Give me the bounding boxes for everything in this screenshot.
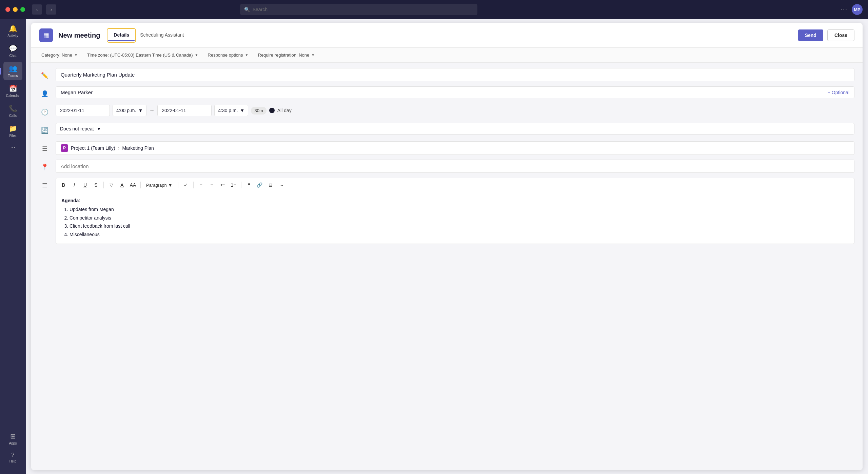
sidebar-item-chat[interactable]: 💬 Chat — [3, 42, 22, 60]
title-icon: ✏️ — [39, 69, 50, 82]
sidebar-item-calls[interactable]: 📞 Calls — [3, 102, 22, 120]
agenda-item-2: Competitor analysis — [70, 214, 849, 222]
bullet-list-button[interactable]: •≡ — [218, 180, 228, 190]
channel-team-name: Project 1 (Team Lilly) — [71, 145, 115, 151]
date-row: 2022-01-11 4:00 p.m. ▼ → 2022-01-11 4:30… — [56, 105, 854, 116]
numbered-list-button[interactable]: 1≡ — [229, 180, 238, 190]
form-body: ✏️ 👤 Megan Parker + Optional — [31, 63, 863, 470]
start-date-input[interactable]: 2022-01-11 — [56, 105, 110, 116]
registration-selector[interactable]: Require registration: None ▼ — [256, 51, 317, 59]
search-input[interactable] — [253, 7, 473, 12]
repeat-icon: 🔄 — [39, 124, 50, 137]
registration-label: Require registration: None — [258, 53, 310, 58]
meeting-icon: ▦ — [39, 28, 53, 42]
sidebar-item-files[interactable]: 📁 Files — [3, 122, 22, 140]
underline-button[interactable]: U — [80, 180, 90, 190]
team-icon: P — [61, 144, 68, 152]
agenda-item-1: Updates from Megan — [70, 206, 849, 213]
response-options-selector[interactable]: Response options ▼ — [206, 51, 251, 59]
category-selector[interactable]: Category: None ▼ — [39, 51, 80, 59]
tab-scheduling[interactable]: Scheduling Assistant — [135, 29, 189, 41]
sidebar-item-teams[interactable]: 👥 Teams — [3, 62, 22, 80]
channel-selector[interactable]: P Project 1 (Team Lilly) › Marketing Pla… — [56, 141, 854, 155]
attendee-row: 👤 Megan Parker + Optional — [39, 86, 854, 101]
sidebar-item-calendar[interactable]: 📅 Calendar — [3, 82, 22, 100]
highlight-button[interactable]: ▽ — [106, 180, 116, 190]
quote-button[interactable]: ❝ — [244, 180, 254, 190]
sidebar-item-apps[interactable]: ⊞ Apps — [3, 429, 22, 448]
sidebar-bottom: ⊞ Apps ? Help — [3, 429, 22, 471]
all-day-toggle[interactable] — [269, 108, 275, 113]
channel-row: ☰ P Project 1 (Team Lilly) › Marketing P… — [39, 141, 854, 156]
bold-button[interactable]: B — [59, 180, 68, 190]
optional-button[interactable]: + Optional — [828, 90, 849, 95]
tab-details[interactable]: Details — [108, 29, 135, 41]
category-label: Category: None — [41, 53, 72, 58]
maximize-window-button[interactable] — [20, 7, 25, 12]
titlebar: ‹ › 🔍 ··· MP — [0, 0, 868, 19]
modal-header: ▦ New meeting Details Scheduling Assista… — [31, 23, 863, 48]
datetime-field: 2022-01-11 4:00 p.m. ▼ → 2022-01-11 4:30… — [56, 105, 854, 116]
editor-row: ☰ B I U S ▽ A AA — [39, 178, 854, 244]
repeat-chevron-icon: ▼ — [97, 126, 101, 131]
search-bar[interactable]: 🔍 — [240, 4, 477, 15]
end-date-input[interactable]: 2022-01-11 — [157, 105, 212, 116]
end-time-select[interactable]: 4:30 p.m. ▼ — [214, 105, 248, 116]
search-icon: 🔍 — [244, 7, 250, 12]
close-window-button[interactable] — [5, 7, 10, 12]
start-time-select[interactable]: 4:00 p.m. ▼ — [113, 105, 146, 116]
avatar[interactable]: MP — [852, 4, 863, 15]
font-size-button[interactable]: AA — [128, 180, 138, 190]
location-input[interactable] — [56, 160, 854, 173]
divider-2 — [140, 182, 141, 188]
link-button[interactable]: 🔗 — [255, 180, 264, 190]
traffic-lights — [5, 7, 25, 12]
repeat-select[interactable]: Does not repeat ▼ — [56, 123, 854, 135]
location-field — [56, 160, 854, 173]
sidebar-label-chat: Chat — [9, 54, 16, 58]
timezone-selector[interactable]: Time zone: (UTC-05:00) Eastern Time (US … — [85, 51, 200, 59]
timezone-label: Time zone: (UTC-05:00) Eastern Time (US … — [87, 53, 193, 58]
align-left-button[interactable]: ≡ — [196, 180, 206, 190]
sidebar: 🔔 Activity 💬 Chat 👥 Teams 📅 Calendar 📞 C… — [0, 19, 26, 474]
all-day-label: All day — [277, 108, 292, 113]
sidebar-item-more[interactable]: ··· — [3, 142, 22, 152]
title-input[interactable] — [56, 68, 854, 81]
agenda-title: Agenda: — [61, 197, 849, 204]
sidebar-label-teams: Teams — [8, 74, 18, 78]
calls-icon: 📞 — [9, 104, 17, 112]
sidebar-item-activity[interactable]: 🔔 Activity — [3, 22, 22, 40]
channel-plan-name: Marketing Plan — [122, 145, 154, 151]
attendee-input-area[interactable]: Megan Parker + Optional — [56, 86, 854, 98]
back-button[interactable]: ‹ — [32, 4, 42, 15]
format-options-button[interactable]: ⊟ — [266, 180, 275, 190]
channel-field: P Project 1 (Team Lilly) › Marketing Pla… — [56, 141, 854, 155]
align-center-button[interactable]: ≡ — [207, 180, 217, 190]
send-button[interactable]: Send — [798, 29, 823, 41]
end-time-chevron-icon: ▼ — [240, 108, 245, 113]
editor-toolbar: B I U S ▽ A AA Paragraph — [56, 178, 854, 192]
registration-chevron-icon: ▼ — [311, 53, 315, 57]
more-formatting-button[interactable]: ··· — [277, 180, 286, 190]
more-options-icon[interactable]: ··· — [841, 6, 848, 13]
content-area: ▦ New meeting Details Scheduling Assista… — [26, 19, 868, 474]
italic-button[interactable]: I — [70, 180, 79, 190]
spell-check-button[interactable]: ✓ — [181, 180, 191, 190]
activity-icon: 🔔 — [9, 24, 17, 33]
sidebar-item-help[interactable]: ? Help — [3, 449, 22, 466]
strikethrough-button[interactable]: S — [91, 180, 101, 190]
sidebar-label-calls: Calls — [9, 114, 17, 118]
paragraph-chevron-icon: ▼ — [168, 183, 173, 188]
more-icon: ··· — [11, 144, 16, 150]
meeting-modal: ▦ New meeting Details Scheduling Assista… — [31, 23, 863, 470]
editor-content[interactable]: Agenda: Updates from Megan Competitor an… — [56, 192, 854, 244]
forward-button[interactable]: › — [46, 4, 56, 15]
editor-area: B I U S ▽ A AA Paragraph — [56, 178, 854, 244]
font-color-button[interactable]: A — [117, 180, 127, 190]
minimize-window-button[interactable] — [13, 7, 18, 12]
close-button[interactable]: Close — [827, 29, 854, 41]
attendee-field: Megan Parker + Optional — [56, 86, 854, 98]
repeat-row: 🔄 Does not repeat ▼ — [39, 123, 854, 137]
paragraph-dropdown[interactable]: Paragraph ▼ — [143, 181, 175, 189]
response-chevron-icon: ▼ — [245, 53, 249, 57]
